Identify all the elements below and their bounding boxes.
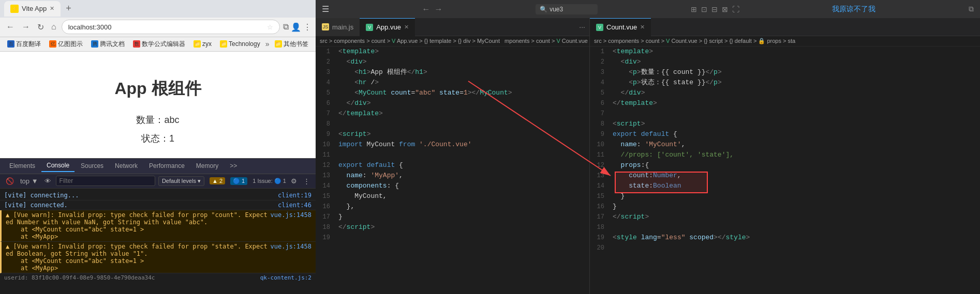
devtools-clear-button[interactable]: 🚫 [4, 177, 16, 185]
bookmark-tencent[interactable]: 腾 腾讯文档 [88, 39, 128, 50]
vscode-menu-icon[interactable]: ☰ [322, 4, 329, 14]
devtools-tab-console[interactable]: Console [41, 160, 75, 172]
bookmark-technology-label: Technology [229, 40, 260, 48]
vscode-search-bar[interactable]: 🔍 vue3 [536, 4, 598, 14]
devtools-options-button[interactable]: ⋮ [302, 177, 311, 185]
nav-back-button[interactable]: ← [4, 21, 17, 33]
layout-icon-1[interactable]: ⊞ [691, 5, 697, 13]
nav-home-button[interactable]: ⌂ [49, 21, 58, 33]
devtools-tab-memory[interactable]: Memory [191, 160, 224, 172]
console-text-warn1: ▲ [Vue warn]: Invalid prop: type check f… [6, 211, 271, 240]
table-row: 8<script> [590, 119, 980, 129]
line-code [611, 109, 980, 119]
browser-tab-close[interactable]: ✕ [50, 5, 54, 12]
vscode-nav-forward[interactable]: → [435, 5, 443, 14]
url-text: localhost:3000 [68, 23, 264, 31]
profile-button[interactable]: 👤 [291, 22, 301, 32]
vscode-split-icon[interactable]: ⧉ [969, 5, 974, 13]
line-code: name: 'MyApp', [336, 171, 589, 181]
devtools-filter-input[interactable] [56, 176, 155, 186]
devtools-top-select[interactable]: top ▼ [19, 177, 40, 185]
bookmark-more-button[interactable]: » [265, 40, 270, 48]
devtools-levels-select[interactable]: Default levels ▾ [158, 176, 204, 186]
right-editor-pane: V Count.vue ✕ src > components > count >… [590, 18, 980, 294]
line-code: <template> [611, 47, 980, 57]
bookmark-other[interactable]: 📁 其他书签 [272, 39, 311, 50]
tab-app-vue[interactable]: V App.vue ✕ [360, 18, 415, 36]
table-row: 16} [590, 202, 980, 212]
console-src-connecting[interactable]: client:19 [278, 192, 311, 199]
layout-icon-4[interactable]: ⊠ [722, 5, 728, 13]
bookmark-zyx[interactable]: 📁 zyx [190, 39, 215, 49]
vscode-nav-buttons: ← → [422, 5, 443, 14]
table-row: 4 <p>状态：{{ state }}</p> [590, 78, 980, 88]
warning-badge: ▲ 2 [210, 177, 225, 184]
devtools-tab-sources[interactable]: Sources [76, 160, 109, 172]
tab-count-vue-label: Count.vue [606, 23, 637, 31]
userid-src[interactable]: qk-content.js:2 [260, 274, 311, 281]
line-number: 19 [316, 233, 336, 243]
devtools-settings-button[interactable]: ⚙ [289, 177, 299, 185]
line-code [336, 119, 589, 129]
right-breadcrumb-text: src > components > count > V Count.vue >… [594, 38, 795, 44]
line-code: components: { [336, 181, 589, 191]
devtools-tab-more[interactable]: >> [225, 160, 242, 172]
line-code [336, 150, 589, 160]
vscode-search-text: vue3 [550, 6, 563, 13]
issue-label: 1 Issue: 🔵 1 [253, 178, 286, 184]
line-code: name: 'MyCount', [611, 140, 980, 150]
count-vue-icon: V [596, 24, 603, 31]
bookmark-technology[interactable]: 📁 Technology [217, 39, 263, 49]
layout-icon-2[interactable]: ⊡ [701, 5, 707, 13]
console-src-connected[interactable]: client:46 [278, 202, 311, 209]
nav-refresh-button[interactable]: ↻ [35, 21, 46, 33]
fullscreen-icon[interactable]: ⛶ [732, 5, 739, 13]
new-tab-button[interactable]: + [63, 3, 75, 14]
layout-icon-3[interactable]: ⊟ [711, 5, 718, 13]
line-number: 9 [316, 129, 336, 140]
line-number: 2 [316, 57, 336, 67]
table-row: 6</template> [590, 98, 980, 109]
console-src-warn2[interactable]: vue.js:1458 [271, 243, 311, 250]
vscode-nav-back[interactable]: ← [422, 5, 430, 14]
table-row: 15 MyCount, [316, 191, 589, 202]
tab-main-js[interactable]: JS main.js [316, 18, 360, 36]
tab-count-vue-close[interactable]: ✕ [640, 24, 645, 30]
extensions-button[interactable]: ⧉ [283, 22, 289, 32]
devtools-toolbar: 🚫 top ▼ 👁 Default levels ▾ ▲ 2 🔵 1 1 Iss… [0, 174, 316, 189]
line-number: 16 [590, 202, 611, 212]
console-output: [vite] connecting... client:19 [vite] co… [0, 189, 316, 294]
bookmark-other-label: 其他书签 [284, 40, 308, 49]
devtools-tab-performance[interactable]: Performance [144, 160, 190, 172]
line-number: 8 [316, 119, 336, 129]
bookmark-baidu[interactable]: 百 百度翻译 [4, 39, 44, 50]
right-editor-tabs: V Count.vue ✕ [590, 18, 980, 36]
tab-app-vue-close[interactable]: ✕ [404, 24, 409, 30]
nav-forward-button[interactable]: → [20, 21, 32, 33]
line-number: 1 [590, 47, 611, 57]
tab-more-button-left[interactable]: ··· [575, 23, 589, 31]
devtools-eye-button[interactable]: 👁 [43, 177, 53, 185]
devtools-tab-network[interactable]: Network [110, 160, 143, 172]
tab-count-vue[interactable]: V Count.vue ✕ [590, 18, 651, 36]
browser-tab-vite[interactable]: ⚡ Vite App ✕ [4, 1, 61, 17]
table-row: 10import MyCount from './Count.vue' [316, 140, 589, 150]
console-line-warn2: ▲ [Vue warn]: Invalid prop: type check f… [0, 242, 316, 273]
menu-button[interactable]: ⋮ [303, 22, 311, 32]
devtools-tab-elements[interactable]: Elements [4, 160, 40, 172]
bookmark-zyx-icon: 📁 [194, 40, 201, 48]
bookmarks-bar: 百 百度翻译 亿 亿图图示 腾 腾讯文档 数 数学公式编辑器 📁 zyx 📁 T [0, 37, 316, 52]
table-row: 16 }, [316, 202, 589, 212]
bookmark-yitu[interactable]: 亿 亿图图示 [46, 39, 86, 50]
table-row: 1<template> [590, 47, 980, 57]
bookmark-tencent-label: 腾讯文档 [100, 40, 125, 49]
line-code [611, 243, 980, 253]
address-bar[interactable]: localhost:3000 ☆ [62, 20, 280, 34]
console-src-warn1[interactable]: vue.js:1458 [271, 211, 311, 219]
info-badge: 🔵 1 [230, 177, 247, 185]
bookmark-star[interactable]: ☆ [267, 23, 273, 31]
table-row: 17</script> [590, 212, 980, 222]
line-number: 4 [590, 78, 611, 88]
bookmark-math[interactable]: 数 数学公式编辑器 [130, 39, 188, 50]
right-breadcrumb: src > components > count > V Count.vue >… [590, 36, 980, 47]
